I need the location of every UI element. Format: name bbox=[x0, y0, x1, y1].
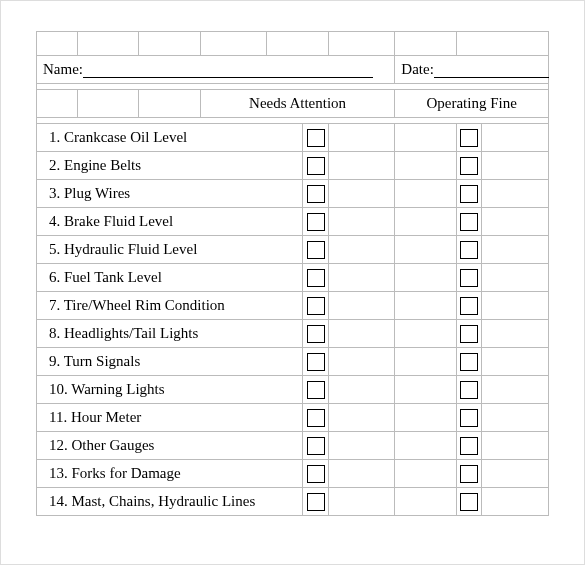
operating-fine-header: Operating Fine bbox=[395, 90, 549, 118]
needs-attention-checkbox[interactable] bbox=[307, 297, 325, 315]
operating-fine-cell bbox=[456, 236, 482, 264]
checklist-table: Name: Date: Needs Attention Operating Fi… bbox=[36, 31, 549, 516]
checklist-row: 9. Turn Signals bbox=[37, 348, 549, 376]
end-cell bbox=[482, 320, 549, 348]
checklist-row: 12. Other Gauges bbox=[37, 432, 549, 460]
needs-attention-cell bbox=[303, 236, 329, 264]
operating-fine-checkbox[interactable] bbox=[460, 129, 478, 147]
gap-cell bbox=[395, 404, 456, 432]
gap-cell bbox=[328, 264, 395, 292]
end-cell bbox=[482, 488, 549, 516]
item-label: 5. Hydraulic Fluid Level bbox=[37, 236, 303, 264]
name-input-line[interactable] bbox=[83, 64, 373, 78]
needs-attention-checkbox[interactable] bbox=[307, 213, 325, 231]
operating-fine-cell bbox=[456, 432, 482, 460]
end-cell bbox=[482, 124, 549, 152]
name-date-row: Name: Date: bbox=[37, 56, 549, 84]
end-cell bbox=[482, 292, 549, 320]
operating-fine-checkbox[interactable] bbox=[460, 241, 478, 259]
checklist-row: 2. Engine Belts bbox=[37, 152, 549, 180]
end-cell bbox=[482, 180, 549, 208]
end-cell bbox=[482, 376, 549, 404]
gap-cell bbox=[395, 152, 456, 180]
operating-fine-cell bbox=[456, 404, 482, 432]
checklist-row: 14. Mast, Chains, Hydraulic Lines bbox=[37, 488, 549, 516]
gap-cell bbox=[395, 124, 456, 152]
gap-cell bbox=[328, 376, 395, 404]
item-label: 10. Warning Lights bbox=[37, 376, 303, 404]
needs-attention-cell bbox=[303, 292, 329, 320]
checklist-row: 13. Forks for Damage bbox=[37, 460, 549, 488]
gap-cell bbox=[328, 180, 395, 208]
operating-fine-checkbox[interactable] bbox=[460, 465, 478, 483]
checklist-row: 5. Hydraulic Fluid Level bbox=[37, 236, 549, 264]
end-cell bbox=[482, 152, 549, 180]
operating-fine-cell bbox=[456, 264, 482, 292]
gap-cell bbox=[328, 320, 395, 348]
operating-fine-cell bbox=[456, 320, 482, 348]
gap-cell bbox=[328, 460, 395, 488]
needs-attention-checkbox[interactable] bbox=[307, 129, 325, 147]
operating-fine-checkbox[interactable] bbox=[460, 185, 478, 203]
needs-attention-checkbox[interactable] bbox=[307, 353, 325, 371]
operating-fine-checkbox[interactable] bbox=[460, 269, 478, 287]
needs-attention-checkbox[interactable] bbox=[307, 409, 325, 427]
gap-cell bbox=[328, 236, 395, 264]
gap-cell bbox=[395, 376, 456, 404]
gap-cell bbox=[395, 208, 456, 236]
needs-attention-checkbox[interactable] bbox=[307, 269, 325, 287]
gap-cell bbox=[328, 348, 395, 376]
gap-cell bbox=[328, 208, 395, 236]
end-cell bbox=[482, 432, 549, 460]
needs-attention-cell bbox=[303, 376, 329, 404]
needs-attention-checkbox[interactable] bbox=[307, 437, 325, 455]
operating-fine-cell bbox=[456, 348, 482, 376]
needs-attention-checkbox[interactable] bbox=[307, 493, 325, 511]
gap-cell bbox=[395, 320, 456, 348]
operating-fine-checkbox[interactable] bbox=[460, 297, 478, 315]
gap-cell bbox=[395, 348, 456, 376]
needs-attention-header: Needs Attention bbox=[200, 90, 395, 118]
date-input-line[interactable] bbox=[434, 64, 549, 78]
gap-cell bbox=[395, 432, 456, 460]
checklist-row: 3. Plug Wires bbox=[37, 180, 549, 208]
checklist-row: 11. Hour Meter bbox=[37, 404, 549, 432]
operating-fine-checkbox[interactable] bbox=[460, 437, 478, 455]
gap-cell bbox=[328, 488, 395, 516]
operating-fine-checkbox[interactable] bbox=[460, 325, 478, 343]
needs-attention-checkbox[interactable] bbox=[307, 465, 325, 483]
item-label: 3. Plug Wires bbox=[37, 180, 303, 208]
needs-attention-cell bbox=[303, 180, 329, 208]
needs-attention-cell bbox=[303, 264, 329, 292]
operating-fine-checkbox[interactable] bbox=[460, 213, 478, 231]
item-label: 14. Mast, Chains, Hydraulic Lines bbox=[37, 488, 303, 516]
operating-fine-cell bbox=[456, 124, 482, 152]
operating-fine-checkbox[interactable] bbox=[460, 353, 478, 371]
gap-cell bbox=[395, 460, 456, 488]
item-label: 1. Crankcase Oil Level bbox=[37, 124, 303, 152]
operating-fine-checkbox[interactable] bbox=[460, 409, 478, 427]
operating-fine-cell bbox=[456, 208, 482, 236]
needs-attention-cell bbox=[303, 432, 329, 460]
operating-fine-checkbox[interactable] bbox=[460, 493, 478, 511]
operating-fine-cell bbox=[456, 376, 482, 404]
gap-cell bbox=[395, 180, 456, 208]
needs-attention-checkbox[interactable] bbox=[307, 241, 325, 259]
operating-fine-checkbox[interactable] bbox=[460, 157, 478, 175]
checklist-row: 4. Brake Fluid Level bbox=[37, 208, 549, 236]
item-label: 4. Brake Fluid Level bbox=[37, 208, 303, 236]
gap-cell bbox=[328, 404, 395, 432]
operating-fine-checkbox[interactable] bbox=[460, 381, 478, 399]
item-label: 7. Tire/Wheel Rim Condition bbox=[37, 292, 303, 320]
end-cell bbox=[482, 460, 549, 488]
item-label: 13. Forks for Damage bbox=[37, 460, 303, 488]
needs-attention-checkbox[interactable] bbox=[307, 381, 325, 399]
gap-cell bbox=[328, 124, 395, 152]
gap-cell bbox=[395, 236, 456, 264]
item-label: 11. Hour Meter bbox=[37, 404, 303, 432]
date-label: Date: bbox=[401, 61, 433, 77]
gap-cell bbox=[328, 152, 395, 180]
needs-attention-checkbox[interactable] bbox=[307, 185, 325, 203]
needs-attention-checkbox[interactable] bbox=[307, 325, 325, 343]
needs-attention-checkbox[interactable] bbox=[307, 157, 325, 175]
